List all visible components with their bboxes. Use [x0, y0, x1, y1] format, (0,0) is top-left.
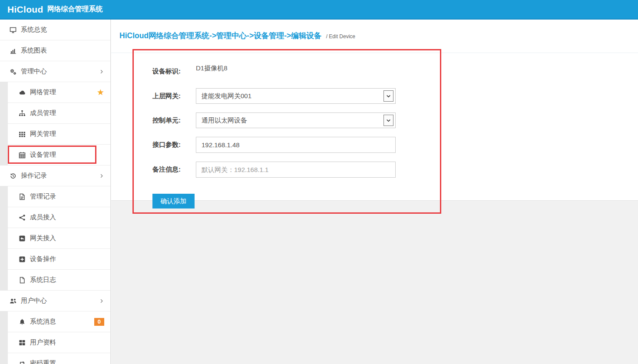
upper-gateway-label: 上层网关: — [152, 92, 185, 100]
chevron-right-icon — [99, 69, 104, 75]
sidebar-item-label: 网络管理 — [30, 88, 56, 96]
form-row-control-unit: 控制单元: 通用以太网设备 — [152, 113, 638, 128]
sidebar-item-label: 系统消息 — [30, 318, 56, 326]
sidebar-item-device-management[interactable]: 设备管理 — [8, 145, 110, 165]
users-icon — [9, 298, 17, 304]
sidebar-item-system-overview[interactable]: 系统总览 — [0, 20, 110, 40]
main-content: HiCloud网络综合管理系统->管理中心->设备管理->编辑设备 / Edit… — [111, 20, 638, 364]
bell-icon — [18, 318, 26, 325]
message-count-badge: 0 — [94, 318, 104, 326]
breadcrumb-path: HiCloud网络综合管理系统->管理中心->设备管理->编辑设备 — [119, 31, 321, 40]
form-row-interface-params: 接口参数: — [152, 137, 638, 153]
plus-square-icon — [18, 256, 26, 263]
history-icon — [9, 172, 17, 179]
remarks-label: 备注信息: — [152, 165, 185, 174]
file-text-icon — [18, 193, 26, 200]
sidebar-item-system-logs[interactable]: 系统日志 — [8, 270, 110, 291]
device-id-label: 设备标识: — [152, 64, 185, 76]
sidebar-item-label: 系统图表 — [21, 46, 47, 55]
cloud-icon — [18, 89, 26, 96]
sidebar-item-network-management[interactable]: 网络管理 ★ — [8, 82, 110, 103]
interface-params-input[interactable] — [196, 137, 396, 153]
interface-params-label: 接口参数: — [152, 141, 185, 149]
dropdown-arrow-button[interactable] — [383, 115, 393, 126]
sidebar-item-label: 管理中心 — [21, 67, 47, 76]
sidebar-item-password-reset[interactable]: 密码重置 — [8, 353, 110, 364]
sidebar-item-label: 网关管理 — [30, 130, 56, 138]
sidebar-item-label: 网关接入 — [30, 234, 56, 242]
sidebar-item-user-center[interactable]: 用户中心 — [0, 291, 110, 311]
share-square-icon — [18, 235, 26, 242]
upper-gateway-selected-value: 捷能发电网关001 — [202, 92, 251, 100]
app-title: 网络综合管理系统 — [47, 5, 103, 14]
control-unit-select[interactable]: 通用以太网设备 — [196, 113, 396, 128]
device-id-value: D1摄像机8 — [196, 64, 228, 73]
sidebar-item-label: 设备操作 — [30, 255, 56, 263]
sidebar-item-user-profile[interactable]: 用户资料 — [8, 332, 110, 353]
sidebar-item-label: 系统日志 — [30, 276, 56, 284]
sidebar-nav: 系统总览 系统图表 管理中心 网络管理 ★ 成员管理 网关管理 设备管理 操作记… — [0, 20, 111, 364]
operation-records-submenu: 管理记录 成员接入 网关接入 设备操作 系统日志 — [0, 186, 110, 291]
confirm-add-button[interactable]: 确认添加 — [152, 194, 195, 208]
sidebar-item-label: 用户资料 — [30, 338, 56, 347]
sidebar-item-label: 系统总览 — [21, 26, 47, 34]
star-icon: ★ — [97, 88, 104, 96]
sidebar-item-admin-records[interactable]: 管理记录 — [8, 186, 110, 207]
content-panel: HiCloud网络综合管理系统->管理中心->设备管理->编辑设备 / Edit… — [111, 20, 638, 201]
user-center-submenu: 系统消息 0 用户资料 密码重置 — [0, 311, 110, 364]
chevron-down-icon — [386, 94, 391, 99]
sidebar-item-member-management[interactable]: 成员管理 — [8, 103, 110, 124]
sidebar-item-gateway-access[interactable]: 网关接入 — [8, 228, 110, 249]
file-icon — [18, 277, 26, 284]
form-row-device-id: 设备标识: D1摄像机8 — [152, 64, 638, 84]
control-unit-selected-value: 通用以太网设备 — [202, 116, 247, 125]
sidebar-item-gateway-management[interactable]: 网关管理 — [8, 124, 110, 145]
sidebar-item-label: 设备管理 — [30, 151, 56, 159]
chevron-right-icon — [99, 298, 104, 304]
upper-gateway-select[interactable]: 捷能发电网关001 — [196, 88, 396, 104]
form-row-remarks: 备注信息: — [152, 162, 638, 178]
sidebar-item-admin-center[interactable]: 管理中心 — [0, 61, 110, 82]
sidebar-item-label: 密码重置 — [30, 359, 56, 364]
sidebar-item-system-messages[interactable]: 系统消息 0 — [8, 311, 110, 332]
app-header: HiCloud 网络综合管理系统 — [0, 0, 638, 20]
retweet-icon — [18, 360, 26, 364]
sidebar-item-label: 操作记录 — [21, 172, 47, 180]
sidebar-item-label: 用户中心 — [21, 297, 47, 305]
brand-logo: HiCloud — [7, 4, 43, 15]
sitemap-icon — [18, 110, 26, 117]
chevron-down-icon — [386, 118, 391, 123]
sidebar-item-label: 成员接入 — [30, 213, 56, 222]
admin-center-submenu: 网络管理 ★ 成员管理 网关管理 设备管理 — [0, 82, 110, 165]
sidebar-item-label: 成员管理 — [30, 109, 56, 117]
chevron-right-icon — [99, 173, 104, 179]
share-icon — [18, 214, 26, 221]
calendar-icon — [18, 152, 26, 159]
gears-icon — [9, 68, 17, 75]
form-row-upper-gateway: 上层网关: 捷能发电网关001 — [152, 88, 638, 104]
sidebar-item-member-access[interactable]: 成员接入 — [8, 207, 110, 228]
bar-chart-icon — [9, 47, 17, 54]
control-unit-label: 控制单元: — [152, 116, 185, 125]
edit-device-form: 设备标识: D1摄像机8 上层网关: 捷能发电网关001 控制单元: 通用以太网… — [111, 53, 638, 208]
remarks-input[interactable] — [196, 162, 396, 178]
sidebar-item-operation-records[interactable]: 操作记录 — [0, 165, 110, 186]
th-large-icon — [18, 339, 26, 346]
sidebar-item-device-operations[interactable]: 设备操作 — [8, 249, 110, 270]
breadcrumb-subtitle: / Edit Device — [326, 33, 355, 40]
sidebar-item-system-charts[interactable]: 系统图表 — [0, 40, 110, 61]
desktop-icon — [9, 26, 17, 33]
breadcrumb: HiCloud网络综合管理系统->管理中心->设备管理->编辑设备 / Edit… — [111, 20, 638, 53]
dropdown-arrow-button[interactable] — [383, 90, 393, 102]
sidebar-item-label: 管理记录 — [30, 192, 56, 201]
grid-icon — [18, 131, 26, 138]
